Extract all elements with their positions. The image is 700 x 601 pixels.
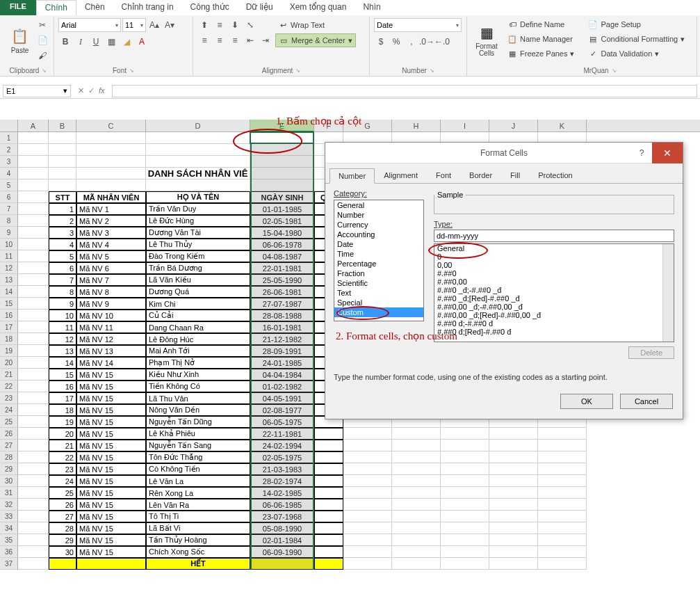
cell[interactable] <box>441 534 489 546</box>
cell[interactable] <box>250 132 314 144</box>
cell[interactable]: Mã NV 15 <box>76 416 146 428</box>
cell[interactable]: 26-06-1981 <box>250 286 314 298</box>
cell[interactable] <box>489 428 538 440</box>
format-item[interactable]: #.##0 đ;-#.##0 đ <box>434 319 674 328</box>
align-top-icon[interactable]: ⬆ <box>197 18 211 32</box>
cell[interactable] <box>18 428 49 440</box>
cell[interactable]: Kim Chi <box>146 298 250 310</box>
cell[interactable]: 22-11-1981 <box>250 428 314 440</box>
cell[interactable]: Tiền Không Có <box>146 380 250 392</box>
cell[interactable] <box>392 451 441 463</box>
cell[interactable] <box>18 262 49 274</box>
cell[interactable] <box>49 179 76 191</box>
row-header[interactable]: 22 <box>0 380 18 392</box>
bold-button[interactable]: B <box>58 35 72 49</box>
cell[interactable]: 06-09-1990 <box>250 546 314 558</box>
row-header[interactable]: 17 <box>0 321 18 333</box>
cell[interactable]: Mã NV 15 <box>76 534 146 546</box>
category-item[interactable]: Percentage <box>334 259 423 269</box>
cell[interactable]: Trần Văn Duy <box>146 203 250 215</box>
cell[interactable] <box>538 534 587 546</box>
row-header[interactable]: 7 <box>0 203 18 215</box>
cell[interactable] <box>314 451 343 463</box>
cell[interactable]: Mã NV 7 <box>76 274 146 286</box>
cell[interactable]: 8 <box>49 286 76 298</box>
cell[interactable] <box>76 144 146 156</box>
cell[interactable]: Mã NV 4 <box>76 239 146 250</box>
cell[interactable]: 7 <box>49 274 76 286</box>
tab-chèn[interactable]: Chèn <box>76 0 113 15</box>
row-header[interactable]: 18 <box>0 333 18 345</box>
row-header[interactable]: 4 <box>0 168 18 179</box>
cell[interactable]: Mã NV 15 <box>76 463 146 475</box>
cell[interactable]: 18 <box>49 404 76 416</box>
cell[interactable] <box>314 546 343 558</box>
cell[interactable]: 02-05-1981 <box>250 215 314 227</box>
cell[interactable] <box>441 522 489 534</box>
cell[interactable]: 1 <box>49 203 76 215</box>
cell[interactable] <box>18 168 49 179</box>
cell[interactable] <box>250 144 314 156</box>
format-item[interactable]: 0 <box>434 253 674 261</box>
cell[interactable] <box>343 546 392 558</box>
align-bottom-icon[interactable]: ⬇ <box>228 18 242 32</box>
cell[interactable] <box>18 191 49 203</box>
cell[interactable]: Mã NV 5 <box>76 250 146 262</box>
cell[interactable] <box>392 440 441 451</box>
cell[interactable] <box>314 487 343 499</box>
border-button[interactable]: ▦ <box>104 35 118 49</box>
cell[interactable] <box>441 428 489 440</box>
cell[interactable] <box>18 144 49 156</box>
cell[interactable] <box>441 440 489 451</box>
cell[interactable]: 29 <box>49 534 76 546</box>
cell[interactable]: 27 <box>49 511 76 522</box>
row-header[interactable]: 13 <box>0 274 18 286</box>
cell[interactable] <box>18 345 49 357</box>
row-header[interactable]: 2 <box>0 144 18 156</box>
decrease-indent-icon[interactable]: ⇤ <box>243 33 257 47</box>
cell[interactable] <box>343 463 392 475</box>
cell[interactable]: 28 <box>49 522 76 534</box>
cell[interactable] <box>18 203 49 215</box>
cell[interactable]: Trần Bá Dương <box>146 262 250 274</box>
cell[interactable] <box>314 522 343 534</box>
cell[interactable]: Tần Thủy Hoàng <box>146 534 250 546</box>
cell[interactable] <box>18 440 49 451</box>
format-list[interactable]: General00,00#.##0#.##0,00#.##0 _đ;-#.##0… <box>434 243 674 342</box>
category-item[interactable]: Time <box>334 249 423 259</box>
orientation-icon[interactable]: ⤡ <box>243 18 257 32</box>
cell[interactable]: Mã NV 15 <box>76 404 146 416</box>
row-header[interactable]: 36 <box>0 546 18 558</box>
format-item[interactable]: #.##0,00 _đ;[Red]-#.##0,00 _đ <box>434 311 674 319</box>
cell[interactable]: 25 <box>49 487 76 499</box>
formula-input[interactable] <box>112 85 697 97</box>
cell[interactable]: Mã NV 11 <box>76 321 146 333</box>
format-item[interactable]: #.##0 đ;[Red]-#.##0 đ <box>434 328 674 336</box>
category-item[interactable]: Fraction <box>334 269 423 278</box>
row-header[interactable]: 23 <box>0 392 18 404</box>
cell[interactable] <box>18 333 49 345</box>
cell[interactable] <box>489 546 538 558</box>
ok-button[interactable]: OK <box>560 394 613 409</box>
cell[interactable]: 21-12-1982 <box>250 333 314 345</box>
cell[interactable]: 19 <box>49 416 76 428</box>
cell[interactable] <box>146 179 250 191</box>
cell[interactable] <box>392 463 441 475</box>
cell[interactable]: 23 <box>49 463 76 475</box>
row-header[interactable]: 16 <box>0 310 18 321</box>
category-item[interactable]: Date <box>334 239 423 249</box>
cell[interactable] <box>49 144 76 156</box>
cell[interactable] <box>18 511 49 522</box>
cell[interactable]: Mã NV 15 <box>76 511 146 522</box>
cell[interactable] <box>18 404 49 416</box>
cell[interactable] <box>250 179 314 191</box>
cell[interactable] <box>343 522 392 534</box>
cell[interactable]: Nông Văn Dền <box>146 404 250 416</box>
row-header[interactable]: 21 <box>0 369 18 380</box>
row-header[interactable]: 8 <box>0 215 18 227</box>
cell[interactable]: Mã NV 9 <box>76 298 146 310</box>
cell[interactable] <box>18 179 49 191</box>
cell[interactable]: Phạm Thị Nở <box>146 357 250 369</box>
cancel-formula-icon[interactable]: ✕ <box>78 86 84 95</box>
cell[interactable]: 15 <box>49 369 76 380</box>
